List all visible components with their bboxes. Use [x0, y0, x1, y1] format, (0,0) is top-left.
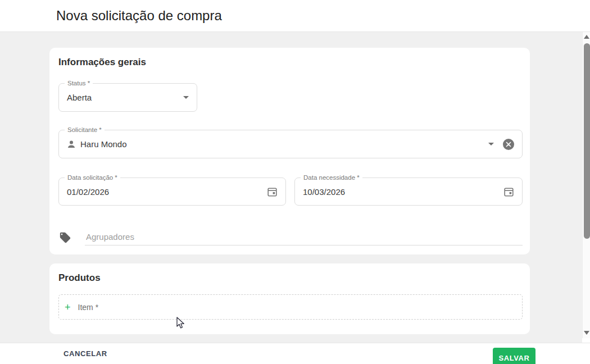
cancel-button[interactable]: CANCELAR: [63, 349, 107, 358]
page-header: Nova solicitação de compra: [0, 0, 590, 32]
arrow-up-icon[interactable]: [584, 35, 589, 39]
data-necessidade-label: Data necessidade *: [301, 174, 362, 181]
data-necessidade-value: 10/03/2026: [303, 187, 345, 197]
main-content: Informações gerais Status * Aberta Solic…: [0, 32, 582, 343]
purchase-request-screen: Nova solicitação de compra Informações g…: [0, 0, 590, 364]
caret-down-icon: [183, 96, 189, 99]
data-necessidade-field[interactable]: Data necessidade * 10/03/2026: [294, 178, 523, 206]
scrollbar-thumb[interactable]: [584, 43, 590, 239]
data-solicitacao-label: Data solicitação *: [65, 174, 120, 181]
products-card: Produtos + Item *: [49, 263, 530, 334]
tag-icon: [59, 231, 71, 244]
solicitante-value: Haru Mondo: [80, 139, 127, 149]
calendar-icon[interactable]: [503, 186, 514, 197]
status-label: Status *: [65, 79, 93, 87]
solicitante-label: Solicitante *: [65, 126, 105, 134]
products-title: Produtos: [58, 272, 101, 284]
close-icon: [506, 142, 511, 147]
solicitante-field[interactable]: Solicitante * Haru Mondo: [58, 130, 523, 158]
data-solicitacao-field[interactable]: Data solicitação * 01/02/2026: [58, 178, 286, 206]
arrow-down-icon[interactable]: [584, 331, 589, 335]
general-info-title: Informações gerais: [58, 57, 146, 68]
add-item-label: Item *: [78, 303, 99, 312]
save-button[interactable]: SALVAR: [493, 348, 535, 364]
general-info-card: Informações gerais Status * Aberta Solic…: [49, 48, 530, 254]
caret-down-icon[interactable]: [488, 143, 494, 145]
clear-solicitante-button[interactable]: [503, 139, 514, 150]
calendar-icon[interactable]: [267, 186, 278, 197]
person-icon: [67, 140, 76, 149]
action-bar: CANCELAR SALVAR: [0, 343, 590, 364]
agrupadores-input[interactable]: [85, 229, 523, 245]
status-value: Aberta: [67, 93, 92, 102]
page-title: Nova solicitação de compra: [56, 8, 222, 24]
status-select[interactable]: Status * Aberta: [58, 83, 197, 112]
plus-icon: +: [65, 302, 71, 312]
agrupadores-row: [58, 229, 523, 251]
data-solicitacao-value: 01/02/2026: [67, 187, 109, 197]
vertical-scrollbar[interactable]: [582, 32, 590, 338]
add-item-button[interactable]: + Item *: [58, 294, 523, 320]
